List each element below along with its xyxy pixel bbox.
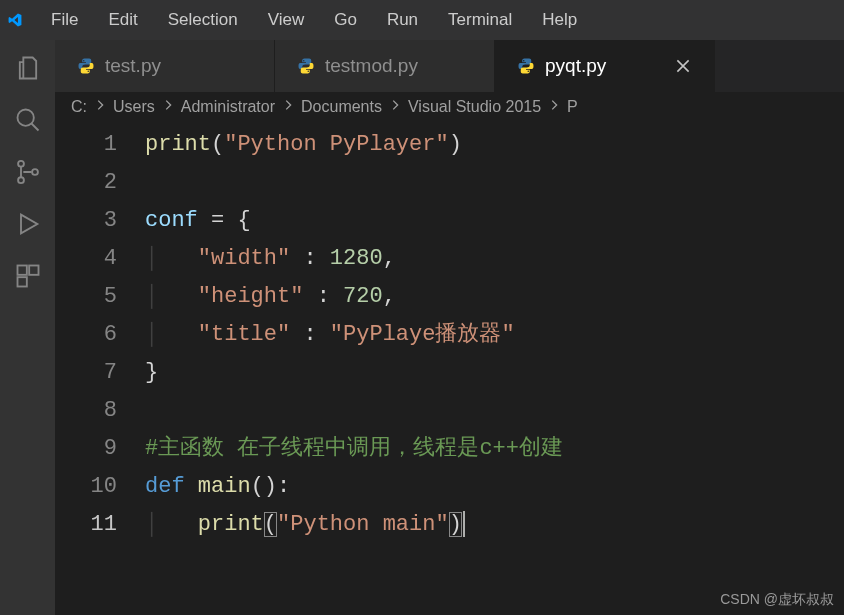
- chevron-right-icon: [388, 98, 402, 116]
- svg-rect-5: [17, 266, 26, 275]
- breadcrumb-segment[interactable]: Documents: [301, 98, 382, 116]
- tab-pyqt-py[interactable]: pyqt.py: [495, 40, 715, 92]
- code-content[interactable]: print("Python PyPlayer") conf = {│ "widt…: [145, 126, 844, 615]
- menu-selection[interactable]: Selection: [153, 0, 253, 40]
- breadcrumb-segment[interactable]: Users: [113, 98, 155, 116]
- breadcrumb[interactable]: C:UsersAdministratorDocumentsVisual Stud…: [55, 92, 844, 122]
- watermark-text: CSDN @虚坏叔叔: [720, 591, 834, 609]
- source-control-icon[interactable]: [14, 158, 42, 186]
- svg-line-1: [31, 124, 38, 131]
- svg-rect-7: [17, 277, 26, 286]
- menu-edit[interactable]: Edit: [93, 0, 152, 40]
- extensions-icon[interactable]: [14, 262, 42, 290]
- breadcrumb-segment[interactable]: Visual Studio 2015: [408, 98, 541, 116]
- python-file-icon: [77, 57, 95, 75]
- tab-label: test.py: [105, 55, 161, 77]
- svg-point-3: [18, 177, 24, 183]
- breadcrumb-segment[interactable]: Administrator: [181, 98, 275, 116]
- run-debug-icon[interactable]: [14, 210, 42, 238]
- editor-group: test.py testmod.py pyqt.py C:UsersAdmini…: [55, 40, 844, 615]
- chevron-right-icon: [161, 98, 175, 116]
- chevron-right-icon: [93, 98, 107, 116]
- python-file-icon: [297, 57, 315, 75]
- python-file-icon: [517, 57, 535, 75]
- menu-file[interactable]: File: [36, 0, 93, 40]
- search-icon[interactable]: [14, 106, 42, 134]
- tab-label: pyqt.py: [545, 55, 606, 77]
- vscode-icon: [8, 13, 22, 27]
- tab-testmod-py[interactable]: testmod.py: [275, 40, 495, 92]
- menu-terminal[interactable]: Terminal: [433, 0, 527, 40]
- breadcrumb-segment[interactable]: P: [567, 98, 578, 116]
- tab-label: testmod.py: [325, 55, 418, 77]
- menu-help[interactable]: Help: [527, 0, 592, 40]
- svg-point-2: [18, 161, 24, 167]
- chevron-right-icon: [547, 98, 561, 116]
- chevron-right-icon: [281, 98, 295, 116]
- svg-rect-6: [29, 266, 38, 275]
- activity-bar: [0, 40, 55, 615]
- close-icon[interactable]: [674, 57, 692, 75]
- tabs-container: test.py testmod.py pyqt.py: [55, 40, 844, 92]
- menu-go[interactable]: Go: [319, 0, 372, 40]
- code-editor[interactable]: 1234567891011 print("Python PyPlayer") c…: [55, 122, 844, 615]
- menu-run[interactable]: Run: [372, 0, 433, 40]
- menu-view[interactable]: View: [253, 0, 320, 40]
- breadcrumb-segment[interactable]: C:: [71, 98, 87, 116]
- svg-point-0: [17, 110, 33, 126]
- explorer-icon[interactable]: [14, 54, 42, 82]
- line-numbers: 1234567891011: [55, 126, 145, 615]
- menu-bar: File Edit Selection View Go Run Terminal…: [0, 0, 844, 40]
- svg-point-4: [32, 169, 38, 175]
- tab-test-py[interactable]: test.py: [55, 40, 275, 92]
